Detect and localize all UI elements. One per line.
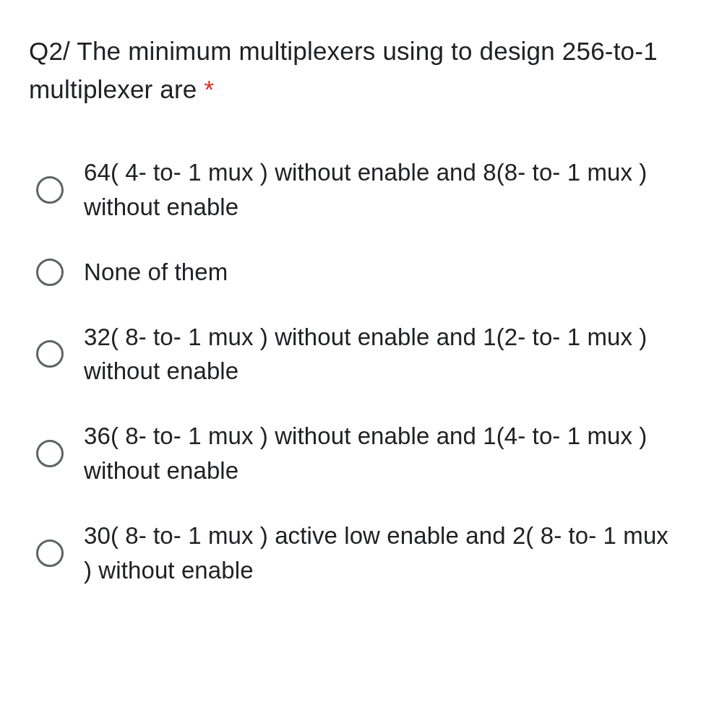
option-label: 30( 8- to- 1 mux ) active low enable and… [84, 519, 672, 588]
radio-circle-icon [36, 259, 64, 286]
radio-circle-icon [36, 540, 64, 567]
options-container: 64( 4- to- 1 mux ) without enable and 8(… [29, 155, 672, 588]
option-label: None of them [84, 255, 228, 290]
option-label: 64( 4- to- 1 mux ) without enable and 8(… [84, 155, 672, 225]
radio-circle-icon [36, 440, 64, 467]
radio-circle-icon [36, 340, 64, 368]
radio-option-4[interactable]: 36( 8- to- 1 mux ) without enable and 1(… [36, 419, 672, 488]
question-text-content: Q2/ The minimum multiplexers using to de… [29, 37, 658, 103]
radio-option-5[interactable]: 30( 8- to- 1 mux ) active low enable and… [36, 519, 672, 588]
option-label: 36( 8- to- 1 mux ) without enable and 1(… [84, 419, 672, 488]
question-text: Q2/ The minimum multiplexers using to de… [29, 32, 672, 108]
radio-option-3[interactable]: 32( 8- to- 1 mux ) without enable and 1(… [36, 320, 672, 389]
radio-circle-icon [36, 176, 64, 204]
radio-option-2[interactable]: None of them [36, 255, 672, 290]
radio-option-1[interactable]: 64( 4- to- 1 mux ) without enable and 8(… [36, 155, 672, 225]
required-asterisk: * [204, 75, 214, 103]
option-label: 32( 8- to- 1 mux ) without enable and 1(… [84, 320, 672, 389]
